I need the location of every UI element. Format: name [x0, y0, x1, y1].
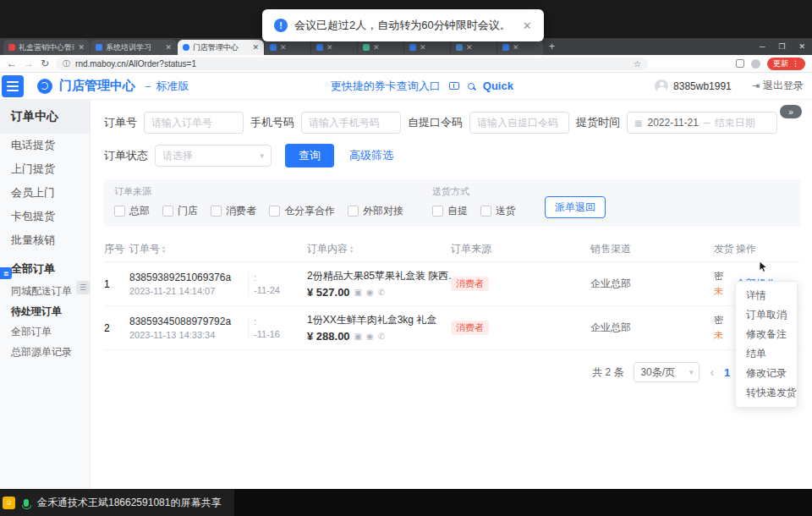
tab-close-icon[interactable]: ✕ [326, 43, 333, 52]
checkbox-self-pickup[interactable]: 自提 [432, 204, 468, 218]
sidebar-item-pending-orders[interactable]: 待处理订单 [0, 301, 90, 321]
sidebar-floating-tag-icon[interactable]: ≣ [0, 267, 12, 279]
checkbox-hq[interactable]: 总部 [114, 204, 150, 218]
checkbox-icon [211, 206, 222, 217]
tab-close-icon[interactable]: ✕ [78, 43, 85, 52]
page-size-value: 30条/页 [640, 365, 675, 380]
checkbox-label: 外部对接 [363, 204, 403, 218]
menu-item-cancel-order[interactable]: 订单取消 [736, 305, 797, 325]
browser-tab[interactable]: ✕ [451, 40, 497, 55]
sidebar-item-card-pickup[interactable]: 卡包提货 [0, 205, 90, 228]
address-bar[interactable]: ⓘ rnd.maboy.cn/AllOrder?status=1 ☆ [56, 58, 648, 70]
toast-close-icon[interactable]: ✕ [523, 19, 532, 32]
order-price: ¥ 288.00 [307, 330, 350, 343]
browser-tab[interactable]: ✕ [497, 40, 543, 55]
user-menu[interactable]: 8385wb1991 [655, 80, 732, 93]
order-no-label: 订单号 [104, 115, 137, 130]
new-tab-button[interactable]: + [549, 41, 555, 52]
phone-icon[interactable]: ✆ [378, 332, 385, 341]
tab-favicon [363, 44, 370, 51]
sidebar-item-batch-verify[interactable]: 批量核销 [0, 228, 90, 252]
phone-icon[interactable]: ✆ [378, 288, 385, 297]
forward-icon[interactable]: → [24, 58, 34, 69]
order-no-cell: 83859389251069376a 2023-11-21 14:14:07 [129, 272, 248, 296]
tab-close-icon[interactable]: ✕ [252, 43, 259, 52]
checkbox-delivery[interactable]: 送货 [480, 204, 516, 218]
collapse-panel-icon[interactable]: » [780, 105, 802, 118]
order-content: 2份精品大果85苹果礼盒装 陕西... [307, 269, 451, 283]
tab-close-icon[interactable]: ✕ [373, 43, 380, 52]
menu-item-edit-note[interactable]: 修改备注 [736, 325, 797, 344]
page-size-select[interactable]: 30条/页 ▾ [634, 362, 700, 382]
browser-tab[interactable]: 礼盒营销中心管理中心 ✕ [3, 40, 90, 55]
order-status-select[interactable]: 请选择 ▾ [155, 145, 272, 167]
dispatch-return-button[interactable]: 派单退回 [545, 196, 606, 218]
sort-icon[interactable]: ▴▾ [162, 245, 165, 254]
browser-tab[interactable]: 系统培训学习 ✕ [91, 40, 177, 55]
chrome-update-button[interactable]: 更新 ⋮ [767, 58, 805, 70]
gift-icon[interactable]: ▣ [354, 332, 362, 341]
tab-close-icon[interactable]: ✕ [280, 43, 287, 52]
bookmark-star-icon[interactable]: ☆ [634, 59, 641, 69]
menu-item-edit-record[interactable]: 修改记录 [736, 364, 797, 383]
sidebar-item-door-pickup[interactable]: 上门提货 [0, 157, 90, 181]
phone-input[interactable] [301, 112, 401, 134]
gift-icon[interactable]: ▣ [354, 288, 362, 297]
tab-close-icon[interactable]: ✕ [513, 43, 519, 52]
menu-dots-icon[interactable]: ⋮ [792, 59, 799, 68]
site-info-icon[interactable]: ⓘ [63, 58, 70, 69]
coupon-query-link[interactable]: 更快捷的券卡查询入口 [331, 79, 441, 94]
checkbox-store[interactable]: 门店 [162, 204, 198, 218]
logout-icon: ⇥ [752, 80, 760, 91]
checkbox-warehouse-share[interactable]: 仓分享合作 [269, 204, 335, 218]
browser-tab-active[interactable]: 门店管理中心 ✕ [178, 40, 264, 55]
app-icon[interactable]: ◉ [366, 332, 374, 341]
extensions-icon[interactable] [736, 59, 744, 68]
close-icon[interactable]: ✕ [798, 42, 805, 51]
info-icon: ! [274, 19, 288, 32]
minimize-icon[interactable]: ─ [760, 42, 765, 51]
prev-page-icon[interactable]: ‹ [710, 365, 714, 379]
app-body: 订单中心 电话提货 上门提货 会员上门 卡包提货 批量核销 全部订单 同城配送订… [0, 100, 812, 489]
expire-fragment: -11-24 [254, 285, 307, 295]
app-icon[interactable]: ◉ [366, 288, 374, 297]
screen: ! 会议已超过2人，自动转为60分钟限时会议。 ✕ 礼盒营销中心管理中心 ✕ 系… [0, 0, 812, 516]
browser-tab[interactable]: ✕ [358, 40, 403, 55]
content-cell: 2份精品大果85苹果礼盒装 陕西... ¥ 527.00 ▣ ◉ ✆ [307, 269, 451, 299]
browser-tab[interactable]: ✕ [265, 40, 310, 55]
search-button[interactable]: 查询 [285, 144, 334, 167]
header-order-no[interactable]: 订单号▴▾ [129, 242, 248, 256]
checkbox-consumer[interactable]: 消费者 [211, 204, 256, 218]
menu-item-express-ship[interactable]: 转快递发货 [736, 383, 797, 403]
sidebar-group-all-orders[interactable]: 全部订单 [0, 257, 90, 281]
hamburger-menu-icon[interactable] [2, 75, 24, 97]
sidebar-list-toggle-icon[interactable]: ☰ [76, 281, 90, 294]
advanced-filter-link[interactable]: 高级筛选 [349, 148, 393, 163]
logout-button[interactable]: ⇥ 退出登录 [752, 79, 804, 93]
back-icon[interactable]: ← [7, 58, 17, 69]
sidebar-item-hq-source-records[interactable]: 总部源单记录 [0, 342, 90, 362]
tab-close-icon[interactable]: ✕ [165, 43, 172, 52]
current-page[interactable]: 1 [724, 366, 730, 379]
browser-tab[interactable]: ✕ [404, 40, 450, 55]
filter-panel: 订单来源 总部 门店 消费者 仓分享合作 外部对接 送货方式 自提 [104, 179, 800, 227]
menu-item-settle[interactable]: 结单 [736, 344, 797, 364]
sidebar-item-member-visit[interactable]: 会员上门 [0, 181, 90, 205]
sidebar-item-phone-pickup[interactable]: 电话提货 [0, 134, 90, 157]
sort-icon[interactable]: ▴▾ [350, 245, 353, 254]
tab-favicon [270, 44, 277, 51]
order-no-input[interactable] [144, 112, 244, 134]
pickup-code-input[interactable] [469, 112, 569, 134]
header-content[interactable]: 订单内容▴▾ [307, 242, 451, 256]
browser-tab[interactable]: ✕ [311, 40, 357, 55]
quick-search-link[interactable]: Quick [483, 80, 513, 92]
browser-profile-icon[interactable] [751, 59, 760, 69]
maximize-icon[interactable]: ❐ [778, 42, 785, 51]
checkbox-external[interactable]: 外部对接 [348, 204, 403, 218]
date-range-picker[interactable]: ▦ 2022-11-21 – 结束日期 [627, 112, 777, 134]
menu-item-details[interactable]: 详情 [736, 286, 797, 305]
reload-icon[interactable]: ↻ [41, 58, 49, 69]
tab-close-icon[interactable]: ✕ [466, 43, 473, 52]
sidebar-item-all-orders[interactable]: 全部订单 [0, 321, 90, 342]
tab-close-icon[interactable]: ✕ [420, 43, 426, 52]
